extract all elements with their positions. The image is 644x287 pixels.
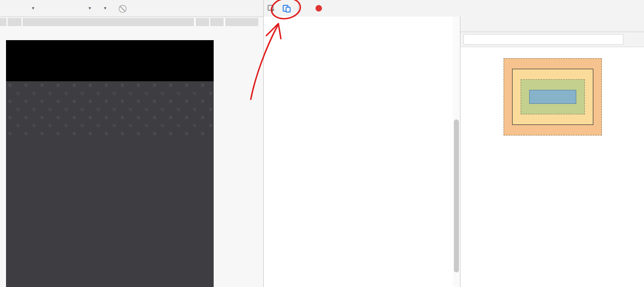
game-map[interactable] (6, 138, 214, 287)
toggle-device-toolbar-icon[interactable] (279, 2, 294, 15)
chevron-down-icon: ▼ (103, 6, 107, 11)
content-size (529, 90, 576, 104)
box-model-diagram (504, 58, 602, 135)
network-throttle-select[interactable]: ▼ (101, 6, 107, 11)
error-icon (315, 5, 322, 12)
console-error-badge[interactable] (315, 5, 324, 12)
styles-filter-input[interactable] (463, 34, 623, 45)
game-status-bar (6, 81, 214, 138)
toolbar-divider (298, 3, 298, 14)
chevron-down-icon: ▼ (31, 6, 35, 11)
devtools-tabbar (263, 0, 644, 17)
zoom-select[interactable]: ▼ (85, 6, 92, 11)
styles-tabbar (460, 17, 644, 32)
device-select[interactable]: ▼ (29, 6, 35, 11)
scrollbar-thumb[interactable] (454, 119, 459, 272)
elements-panel (263, 17, 453, 287)
styles-sidebar (460, 17, 644, 287)
page-top-bar (0, 18, 258, 26)
styles-filter-bar (460, 32, 644, 47)
inspect-element-icon[interactable] (264, 2, 279, 15)
emulated-page-pane: ▼ ▼ ▼ ⃠ (0, 0, 263, 287)
device-toolbar: ▼ ▼ ▼ ⃠ (0, 0, 263, 17)
game-canvas[interactable] (6, 40, 214, 287)
game-title-area (6, 40, 214, 81)
elements-scrollbar[interactable] (453, 17, 460, 287)
chevron-down-icon: ▼ (88, 6, 92, 11)
